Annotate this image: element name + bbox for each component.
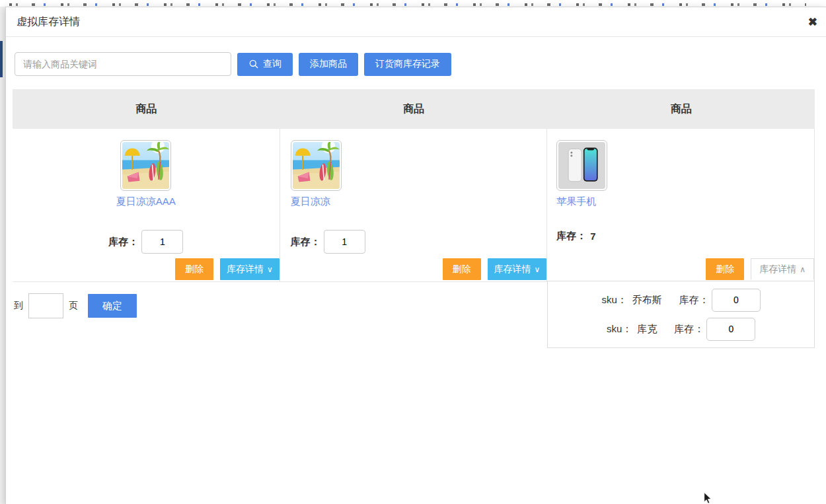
stock-detail-button[interactable]: 库存详情 ∨ bbox=[488, 258, 547, 280]
search-input[interactable] bbox=[15, 52, 231, 76]
product-image-beach bbox=[120, 140, 171, 191]
sku-label: sku： bbox=[602, 294, 627, 306]
stock-detail-label: 库存详情 bbox=[227, 264, 264, 275]
sku-name: 库克 bbox=[637, 323, 657, 336]
sku-detail-panel: sku： 乔布斯 库存： sku： 库克 库存： bbox=[547, 281, 815, 348]
page-unit-label: 页 bbox=[69, 300, 78, 312]
table-header-cell: 商品 bbox=[13, 89, 280, 129]
sku-stock-label: 库存： bbox=[674, 323, 704, 336]
sku-row: sku： 库克 库存： bbox=[607, 318, 755, 341]
query-button-label: 查询 bbox=[263, 58, 282, 70]
product-block: 苹果手机 bbox=[547, 140, 814, 208]
table-header-cell: 商品 bbox=[547, 89, 815, 129]
stock-value: 7 bbox=[590, 231, 595, 242]
stock-label: 库存： bbox=[108, 236, 138, 248]
row-actions: 删除 库存详情 ∨ bbox=[13, 258, 280, 280]
row-actions: 删除 库存详情 ∨ bbox=[280, 258, 547, 280]
product-name-link[interactable]: 夏日凉凉 bbox=[291, 196, 330, 208]
product-image-phone bbox=[556, 140, 607, 191]
search-icon bbox=[248, 59, 259, 69]
virtual-stock-modal: 虚拟库存详情 ✖ 查询 添加商品 订货商库存记录 商品 商品 商品 bbox=[5, 7, 826, 504]
product-table: 商品 商品 商品 bbox=[13, 89, 815, 282]
product-cell: 苹果手机 库存： 7 删除 库存详情 ∧ sku： 乔布斯 bbox=[547, 129, 815, 281]
stock-row: 库存： bbox=[280, 230, 547, 254]
stock-input[interactable] bbox=[141, 230, 183, 254]
add-product-button[interactable]: 添加商品 bbox=[299, 53, 358, 76]
sku-stock-input[interactable] bbox=[712, 289, 761, 312]
product-name-link[interactable]: 夏日凉凉AAA bbox=[116, 196, 176, 208]
product-cell: 夏日凉凉AAA 库存： 删除 库存详情 ∨ bbox=[13, 129, 280, 281]
sku-stock-input[interactable] bbox=[706, 318, 755, 341]
background-sidebar-accent bbox=[0, 41, 3, 77]
stock-detail-label: 库存详情 bbox=[494, 264, 531, 275]
table-header-row: 商品 商品 商品 bbox=[13, 89, 815, 129]
delete-button[interactable]: 删除 bbox=[706, 258, 744, 280]
chevron-up-icon: ∧ bbox=[800, 265, 806, 274]
delete-button[interactable]: 删除 bbox=[443, 258, 481, 280]
chevron-down-icon: ∨ bbox=[267, 265, 273, 274]
page-number-input[interactable] bbox=[28, 293, 63, 318]
query-button[interactable]: 查询 bbox=[237, 53, 293, 76]
background-page-strip bbox=[0, 0, 826, 7]
stock-input[interactable] bbox=[324, 230, 365, 254]
toolbar: 查询 添加商品 订货商库存记录 bbox=[15, 52, 826, 76]
page-to-label: 到 bbox=[14, 300, 23, 312]
row-actions: 删除 库存详情 ∧ bbox=[547, 258, 814, 280]
table-header-cell: 商品 bbox=[280, 89, 548, 129]
product-name-link[interactable]: 苹果手机 bbox=[556, 196, 596, 208]
supplier-stock-record-label: 订货商库存记录 bbox=[375, 58, 440, 70]
table-body-row: 夏日凉凉AAA 库存： 删除 库存详情 ∨ bbox=[13, 129, 815, 282]
modal-title: 虚拟库存详情 bbox=[17, 15, 80, 29]
stock-label: 库存： bbox=[556, 230, 586, 242]
product-cell: 夏日凉凉 库存： 删除 库存详情 ∨ bbox=[280, 129, 548, 281]
supplier-stock-record-button[interactable]: 订货商库存记录 bbox=[364, 53, 451, 76]
product-image-beach bbox=[291, 140, 342, 191]
close-icon[interactable]: ✖ bbox=[808, 17, 817, 28]
sku-label: sku： bbox=[607, 323, 632, 336]
product-block: 夏日凉凉 bbox=[280, 140, 547, 208]
delete-button[interactable]: 删除 bbox=[175, 258, 213, 280]
stock-detail-button[interactable]: 库存详情 ∧ bbox=[751, 258, 814, 280]
sku-name: 乔布斯 bbox=[632, 294, 662, 306]
modal-header: 虚拟库存详情 ✖ bbox=[6, 7, 826, 37]
sku-row: sku： 乔布斯 库存： bbox=[602, 289, 761, 312]
stock-row: 库存： 7 bbox=[547, 230, 814, 242]
stock-detail-label: 库存详情 bbox=[759, 264, 796, 275]
stock-detail-button[interactable]: 库存详情 ∨ bbox=[220, 258, 280, 280]
sku-stock-label: 库存： bbox=[679, 294, 709, 306]
add-product-label: 添加商品 bbox=[310, 58, 347, 70]
stock-row: 库存： bbox=[13, 230, 280, 254]
chevron-down-icon: ∨ bbox=[535, 265, 541, 274]
confirm-button[interactable]: 确定 bbox=[88, 294, 137, 318]
product-block: 夏日凉凉AAA bbox=[13, 140, 280, 208]
stock-label: 库存： bbox=[291, 236, 320, 248]
